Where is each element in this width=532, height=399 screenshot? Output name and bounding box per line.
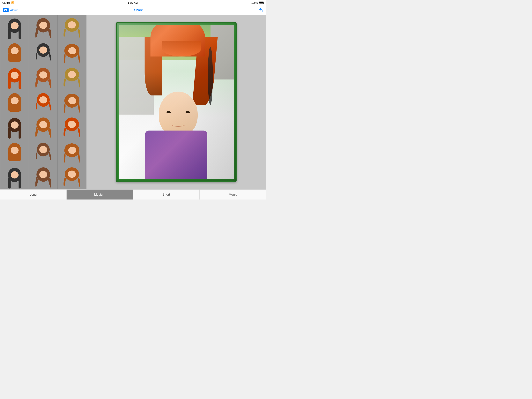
- hair-item-12[interactable]: 12: [58, 90, 86, 118]
- status-bar: Carrier 📶 5:32 AM 100%: [0, 0, 266, 6]
- hair-bangs: [162, 41, 201, 57]
- photo-scene: [119, 25, 234, 179]
- svg-point-8: [11, 22, 19, 29]
- svg-point-18: [68, 47, 76, 55]
- svg-point-26: [68, 71, 76, 78]
- nav-bar: Album Share: [0, 6, 266, 15]
- svg-rect-2: [5, 9, 6, 10]
- hair-item-13[interactable]: 13: [0, 115, 29, 143]
- svg-rect-21: [19, 77, 21, 89]
- hair-item-11[interactable]: 11: [29, 90, 57, 118]
- svg-rect-34: [8, 127, 11, 139]
- svg-point-46: [68, 147, 76, 154]
- svg-point-10: [39, 22, 47, 29]
- status-left: Carrier 📶: [2, 1, 14, 4]
- svg-point-43: [11, 147, 19, 154]
- svg-rect-35: [19, 127, 21, 139]
- svg-point-45: [39, 146, 47, 153]
- tab-medium[interactable]: Medium: [67, 190, 133, 200]
- hair-item-20[interactable]: 20: [29, 164, 57, 189]
- svg-point-32: [68, 97, 76, 104]
- hair-dark-streak: [208, 47, 213, 105]
- hair-item-6[interactable]: 6: [58, 40, 86, 68]
- hair-item-4[interactable]: 4: [0, 40, 29, 68]
- eye-left: [166, 111, 171, 113]
- woman-face: [159, 91, 198, 136]
- svg-point-12: [68, 21, 76, 28]
- wifi-icon: 📶: [11, 1, 14, 4]
- main-content: 123456789101112131415161718192021: [0, 15, 266, 189]
- tab-bar: Long Medium Short Men's: [0, 189, 266, 200]
- svg-rect-49: [19, 177, 21, 188]
- preview-panel: [86, 15, 266, 189]
- hair-grid-panel: 123456789101112131415161718192021: [0, 15, 86, 189]
- woman-eyes: [166, 111, 190, 113]
- hair-item-7[interactable]: 7: [0, 65, 29, 93]
- woman-body: [145, 130, 207, 179]
- hair-item-14[interactable]: 14: [29, 115, 57, 143]
- share-icon-button[interactable]: [259, 8, 263, 12]
- woman-smile: [171, 123, 185, 127]
- share-button[interactable]: Share: [134, 8, 143, 12]
- svg-rect-20: [8, 77, 11, 89]
- battery-icon: [259, 1, 264, 4]
- hair-item-2[interactable]: 2: [29, 15, 57, 44]
- camera-icon[interactable]: [3, 8, 9, 12]
- hair-item-3[interactable]: 3: [58, 15, 86, 44]
- hair-item-1[interactable]: 1: [0, 15, 29, 44]
- hair-item-18[interactable]: 18: [58, 140, 86, 168]
- svg-point-29: [11, 97, 19, 104]
- status-right: 100%: [251, 1, 264, 4]
- photo-inner: [119, 25, 234, 179]
- album-label[interactable]: Album: [10, 8, 19, 12]
- hair-item-9[interactable]: 9: [58, 65, 86, 93]
- status-time: 5:32 AM: [128, 1, 138, 4]
- hair-item-17[interactable]: 17: [29, 140, 57, 168]
- battery-label: 100%: [251, 1, 258, 4]
- svg-point-52: [39, 171, 47, 178]
- svg-point-24: [39, 71, 47, 78]
- svg-point-40: [68, 121, 76, 128]
- hair-item-5[interactable]: 5: [29, 40, 57, 68]
- photo-frame: [116, 22, 237, 182]
- hair-item-16[interactable]: 16: [0, 140, 29, 168]
- eye-right: [186, 111, 190, 113]
- svg-rect-7: [19, 28, 21, 39]
- svg-point-31: [39, 96, 47, 103]
- svg-point-50: [11, 171, 19, 179]
- nav-left[interactable]: Album: [3, 8, 19, 12]
- hair-item-19[interactable]: 19: [0, 164, 29, 189]
- svg-point-54: [68, 170, 76, 178]
- svg-point-15: [11, 47, 19, 55]
- svg-point-38: [39, 121, 47, 129]
- svg-rect-48: [8, 177, 11, 188]
- hair-item-15[interactable]: 15: [58, 115, 86, 143]
- tab-long[interactable]: Long: [0, 190, 67, 200]
- svg-rect-6: [8, 28, 11, 39]
- tab-mens[interactable]: Men's: [200, 190, 266, 200]
- svg-point-17: [39, 46, 47, 54]
- svg-point-22: [11, 72, 19, 79]
- tab-short[interactable]: Short: [133, 190, 200, 200]
- hair-item-21[interactable]: 21: [58, 164, 86, 189]
- hair-item-10[interactable]: 10: [0, 90, 29, 118]
- hair-item-8[interactable]: 8: [29, 65, 57, 93]
- carrier-label: Carrier: [2, 1, 10, 4]
- svg-point-36: [11, 122, 19, 129]
- svg-point-1: [5, 10, 6, 11]
